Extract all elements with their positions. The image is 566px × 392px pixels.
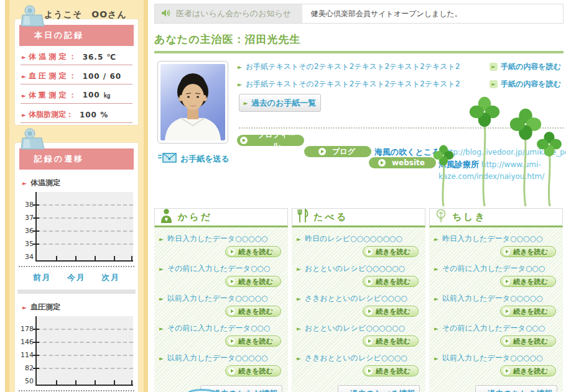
recipe-link[interactable]: ► さきおとといのレシピ○○○○ [297, 293, 420, 304]
play-icon [318, 148, 326, 155]
read-more-button[interactable]: 続きを読む [500, 306, 556, 317]
doctor-photo [157, 61, 228, 144]
data-entry-link[interactable]: ► その前に入力したデータ○○○ [159, 323, 283, 334]
website-button[interactable]: website [369, 157, 436, 168]
read-more-button[interactable]: 続きを読む [363, 335, 419, 347]
read-more-button[interactable]: 続きを読む [363, 306, 419, 317]
data-entry-link[interactable]: ► 以前入力したデータ○○○○○ [434, 353, 558, 363]
read-more-button[interactable]: 続きを読む [500, 276, 556, 287]
read-more-button[interactable]: 続きを読む [225, 306, 281, 317]
blood-pressure-value: 100 / 60 [83, 72, 122, 81]
blog-name-link[interactable]: 海風の吹くところ [374, 147, 440, 157]
main-content: 医者はいらん会からのお知らせ 健美心倶楽部会員サイトオープンしました。 あなたの… [154, 0, 564, 392]
letter-row: ► お手紙テキストその2テキスト2テキスト2テキスト2テキスト2 ► 手紙の内容… [238, 62, 561, 72]
read-more-button[interactable]: 続きを読む [225, 335, 281, 347]
list-item: ► 以前入力したデータ○○○○○ 続きを読む [154, 293, 288, 317]
send-letter-link[interactable]: お手紙を送る [158, 153, 230, 165]
letter-link[interactable]: ► お手紙テキストその2テキスト2テキスト2テキスト2テキスト2 [238, 62, 460, 72]
measure-row-temperature: ► 体 温 測 定 ： 36.5 ℃ [21, 46, 132, 65]
play-icon [503, 368, 510, 375]
current-month-link[interactable]: 今月 [67, 272, 86, 283]
red-arrow-icon: ► [22, 73, 26, 80]
read-more-button[interactable]: 続きを読む [500, 246, 556, 257]
past-letters-button[interactable]: ► 過去のお手紙一覧 [239, 94, 321, 112]
play-icon [503, 338, 510, 345]
fork-knife-icon [297, 209, 309, 226]
list-item: ► おとといのレシピ○○○○○○ 続きを読む [292, 263, 425, 287]
red-arrow-icon: ► [22, 180, 27, 186]
column-taberu: たべる ► 昨日のレシピ○○○○○○○○ 続きを読む ► おとといのレシピ○○○… [292, 208, 425, 392]
announcement-label: 医者はいらん会からのお知らせ [155, 4, 302, 23]
play-icon [503, 278, 510, 285]
blood-pressure-chart-block: ► 血圧測定 178 146 114 82 50 [15, 302, 138, 392]
website-link-line: 海風診療所 http://www.umi-kaze.com/index/naiy… [438, 158, 566, 183]
green-arrow-icon: ► [297, 296, 301, 302]
play-icon [378, 159, 386, 166]
profile-button[interactable]: プロフィール [237, 135, 304, 146]
list-item: ► その前に入力したデータ○○○ 続きを読む [154, 323, 288, 347]
green-arrow-icon: ► [434, 355, 438, 362]
data-entry-link[interactable]: ► 以前入力したデータ○○○○○ [159, 293, 283, 304]
sidebar: ようこそ OOさん 本日の記録 ► 体 温 測 定 ： 36.5 ℃ ► 血 圧… [5, 0, 148, 392]
read-more-button[interactable]: 続きを読む [363, 365, 419, 376]
read-more-button[interactable]: 続きを読む [363, 246, 419, 257]
recipe-link[interactable]: ► おとといのレシピ○○○○○○ [297, 323, 420, 334]
red-arrow-icon: ► [22, 54, 26, 60]
data-entry-link[interactable]: ► その前に入力したデータ○○○ [434, 323, 558, 334]
green-arrow-icon: ► [297, 236, 301, 242]
list-item: ► 以前入力したデータ○○○○○ 続きを読む [429, 293, 563, 317]
temperature-chart-block: ► 体温測定 38 37 36 35 34 [15, 178, 138, 287]
recipe-link[interactable]: ► 昨日のレシピ○○○○○○○○ [297, 234, 420, 244]
temperature-chart: 38 37 36 35 34 [19, 192, 134, 264]
play-icon [228, 248, 235, 255]
recipe-link[interactable]: ► さきおとといのレシピ○○○○ [297, 353, 420, 363]
data-entry-link[interactable]: ► その前に入力したデータ○○○ [159, 263, 283, 274]
site-name-link[interactable]: 海風診療所 [438, 160, 479, 169]
list-item: ► 昨日のレシピ○○○○○○○○ 続きを読む [292, 234, 425, 257]
blog-button[interactable]: ブログ [304, 146, 371, 157]
list-item: ► さきおとといのレシピ○○○○ 続きを読む [292, 293, 425, 317]
list-item: ► その前に入力したデータ○○○ 続きを読む [154, 263, 288, 287]
announcement-message: 健美心倶楽部会員サイトオープンしました。 [302, 4, 462, 23]
blog-url-link[interactable]: http://blog.livedoor.jp/umikaze_pcs/ [442, 148, 566, 157]
list-item: ► その前に入力したデータ○○○ 続きを読む [429, 323, 563, 347]
play-icon [228, 278, 235, 285]
list-item: ► 昨日入力したデータ○○○○○ 続きを読む [154, 234, 288, 257]
read-more-button[interactable]: 続きを読む [225, 246, 281, 257]
read-letter-link[interactable]: ► 手紙の内容を読む [489, 79, 561, 89]
list-item: ► 昨日入力したデータ○○○○○ 続きを読む [429, 234, 563, 257]
green-arrow-icon: ► [238, 81, 242, 88]
green-arrow-icon: ► [159, 355, 164, 362]
read-more-button[interactable]: 続きを読む [500, 365, 556, 376]
announcement-bar: 医者はいらん会からのお知らせ 健美心倶楽部会員サイトオープンしました。 [154, 4, 564, 24]
play-icon [503, 248, 510, 255]
read-more-button[interactable]: 続きを読む [225, 365, 281, 376]
record-history-panel: 記録の遷移 ► 体温測定 38 37 36 35 34 [15, 143, 138, 392]
chart-label: 血圧測定 [30, 302, 60, 312]
data-entry-link[interactable]: ► 昨日入力したデータ○○○○○ [159, 234, 283, 244]
green-arrow-icon: ► [434, 236, 438, 242]
green-arrow-icon: ► [297, 266, 301, 272]
data-entry-link[interactable]: ► その前に入力したデータ○○○ [434, 263, 558, 274]
column-chishiki-header: ちしき [429, 208, 563, 227]
past-taberu-info-button[interactable]: ► 過去のたべる情報 [338, 385, 420, 392]
letter-link[interactable]: ► お手紙テキストその2テキスト2テキスト2テキスト2テキスト2 [238, 79, 460, 89]
read-more-button[interactable]: 続きを読む [363, 276, 419, 287]
past-chishiki-info-button[interactable]: ► 過去のちしき情報 [475, 385, 557, 392]
lightbulb-icon [435, 209, 447, 226]
today-record-panel: 本日の記録 ► 体 温 測 定 ： 36.5 ℃ ► 血 圧 測 定 ： 100… [15, 19, 138, 125]
recipe-link[interactable]: ► おとといのレシピ○○○○○○ [297, 263, 420, 274]
green-arrow-icon: ► [159, 296, 164, 302]
read-letter-link[interactable]: ► 手紙の内容を読む [489, 62, 561, 72]
data-entry-link[interactable]: ► 以前入力したデータ○○○○○ [159, 353, 283, 363]
play-icon [228, 308, 235, 315]
data-entry-link[interactable]: ► 以前入力したデータ○○○○○ [434, 293, 558, 304]
read-more-button[interactable]: 続きを読む [225, 276, 281, 287]
letter-row: ► お手紙テキストその2テキスト2テキスト2テキスト2テキスト2 ► 手紙の内容… [238, 79, 561, 89]
green-arrow-icon: ► [238, 64, 242, 70]
data-entry-link[interactable]: ► 昨日入力したデータ○○○○○ [434, 234, 558, 244]
prev-month-link[interactable]: 前月 [33, 272, 52, 283]
list-item: ► 以前入力したデータ○○○○○ 続きを読む [429, 353, 563, 376]
next-month-link[interactable]: 次月 [101, 272, 120, 283]
read-more-button[interactable]: 続きを読む [500, 335, 556, 347]
